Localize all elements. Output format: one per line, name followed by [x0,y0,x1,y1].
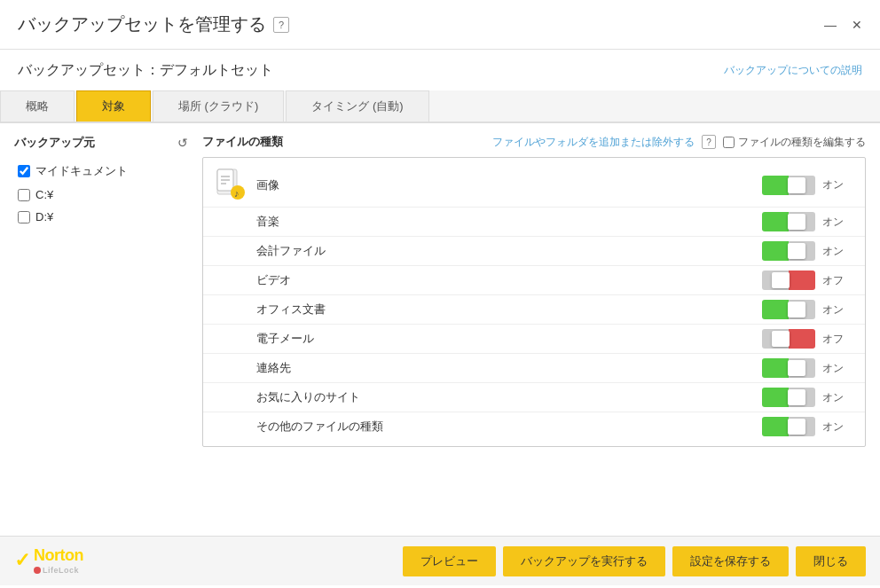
toggle-others[interactable] [762,417,815,436]
norton-brand: Norton LifeLock [34,546,83,575]
right-panel-header: ファイルの種類 ファイルやフォルダを追加または除外する ? ファイルの種類を編集… [202,134,866,150]
toggle-office[interactable] [762,300,815,319]
file-type-icon-cell: ♪ [214,168,249,202]
file-type-name: その他のファイルの種類 [249,419,762,435]
toggle-label-favorites: オン [822,390,854,405]
edit-types-label: ファイルの種類を編集する [738,135,866,150]
toggle-thumb [788,214,805,230]
edit-types-area: ファイルの種類を編集する [723,135,866,150]
toggle-thumb [788,419,805,435]
toggle-thumb [788,360,805,376]
norton-logo: ✓ Norton LifeLock [14,546,83,575]
minimize-button[interactable]: — [821,16,839,34]
norton-check-icon: ✓ [14,549,30,572]
file-type-name: 音楽 [249,214,762,230]
toggle-thumb [772,272,790,288]
source-item-d[interactable]: D:¥ [14,206,192,228]
toggle-label-video: オフ [822,273,854,288]
table-row: その他のファイルの種類 オン [203,412,865,441]
file-icon: ♪ [214,168,246,200]
file-type-name: ビデオ [249,272,762,288]
backup-help-link[interactable]: バックアップについての説明 [724,63,862,78]
toggle-label-contacts: オン [822,361,854,376]
toggle-thumb [788,243,805,259]
tab-target[interactable]: 対象 [76,90,151,122]
tab-location[interactable]: 場所 (クラウド) [153,90,284,122]
toggle-contacts[interactable] [762,358,815,378]
table-row: 音楽 オン [203,208,865,237]
norton-name: Norton [34,546,83,566]
title-bar-controls: — ✕ [821,16,866,34]
add-help-icon[interactable]: ? [702,135,716,149]
tabs-container: 概略 対象 場所 (クラウド) タイミング (自動) [0,90,880,123]
toggle-label-accounting: オン [822,244,854,259]
norton-sub: LifeLock [34,566,83,576]
norton-lifelock-text: LifeLock [43,566,79,576]
subtitle-bar: バックアップセット：デフォルトセット バックアップについての説明 [0,50,880,90]
tab-timing[interactable]: タイミング (自動) [286,90,428,122]
table-row: お気に入りのサイト オン [203,383,865,412]
file-type-name: 画像 [249,177,762,193]
toggle-thumb [772,331,790,347]
left-panel-header: バックアップ元 ↺ [14,134,192,152]
footer-buttons: プレビュー バックアップを実行する 設定を保存する 閉じる [403,546,866,576]
table-row: ♪ 画像 オン [203,163,865,208]
footer: ✓ Norton LifeLock プレビュー バックアップを実行する 設定を保… [0,536,880,585]
toggle-email[interactable] [762,329,815,349]
title-bar: バックアップセットを管理する ? — ✕ [0,0,880,50]
right-panel: ファイルの種類 ファイルやフォルダを追加または除外する ? ファイルの種類を編集… [202,134,866,525]
toggle-thumb [788,389,805,405]
toggle-label-others: オン [822,419,854,435]
table-row: 電子メール オフ [203,325,865,354]
add-files-link[interactable]: ファイルやフォルダを追加または除外する [492,135,695,150]
tab-overview[interactable]: 概略 [0,90,75,122]
toggle-accounting[interactable] [762,241,815,261]
close-button[interactable]: ✕ [848,16,866,34]
norton-circle [34,567,41,574]
table-row: ビデオ オフ [203,266,865,295]
source-item-c[interactable]: C:¥ [14,184,192,206]
svg-text:♪: ♪ [234,188,240,199]
source-label-mydocs: マイドキュメント [35,163,128,179]
toggle-favorites[interactable] [762,388,815,407]
run-backup-button[interactable]: バックアップを実行する [503,546,665,576]
right-panel-title: ファイルの種類 [202,134,283,150]
file-type-name: 電子メール [249,331,762,347]
toggle-images[interactable] [762,176,815,195]
edit-types-checkbox[interactable] [723,137,735,148]
subtitle-text: バックアップセット：デフォルトセット [18,61,273,80]
table-row: 会計ファイル オン [203,237,865,266]
preview-button[interactable]: プレビュー [403,546,496,576]
title-bar-left: バックアップセットを管理する ? [18,12,289,36]
file-type-name: 連絡先 [249,360,762,376]
left-panel: バックアップ元 ↺ マイドキュメント C:¥ D:¥ [14,134,192,525]
left-panel-title: バックアップ元 [14,135,95,151]
file-type-name: オフィス文書 [249,302,762,318]
save-settings-button[interactable]: 設定を保存する [672,546,789,576]
file-type-name: 会計ファイル [249,243,762,259]
source-label-c: C:¥ [35,188,53,201]
toggle-music[interactable] [762,212,815,231]
title-help-icon[interactable]: ? [273,17,289,33]
toggle-label-office: オン [822,302,854,318]
main-content: バックアップ元 ↺ マイドキュメント C:¥ D:¥ ファイルの種類 ファイルや… [0,123,880,536]
close-button[interactable]: 閉じる [796,546,866,576]
table-row: 連絡先 オン [203,354,865,383]
window-title: バックアップセットを管理する [18,12,266,36]
toggle-label-images: オン [822,177,854,192]
file-types-container: ♪ 画像 オン 音楽 オン 会計ファイル [202,157,866,447]
toggle-video[interactable] [762,270,815,290]
right-panel-controls: ファイルやフォルダを追加または除外する ? ファイルの種類を編集する [492,135,866,150]
toggle-label-email: オフ [822,332,854,347]
file-type-name: お気に入りのサイト [249,389,762,405]
toggle-label-music: オン [822,215,854,230]
source-label-d: D:¥ [35,210,53,223]
toggle-thumb [788,302,805,318]
source-item-mydocs[interactable]: マイドキュメント [14,159,192,184]
source-checkbox-mydocs[interactable] [18,165,30,177]
refresh-icon[interactable]: ↺ [174,134,192,152]
toggle-thumb [788,177,805,193]
source-checkbox-d[interactable] [18,211,30,223]
table-row: オフィス文書 オン [203,295,865,325]
source-checkbox-c[interactable] [18,189,30,201]
